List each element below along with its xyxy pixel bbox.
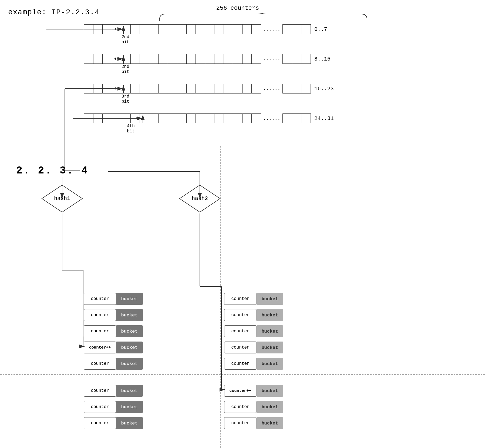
h2-bucket-7: bucket: [256, 417, 283, 429]
bit-label-0: 2ndbit: [122, 35, 129, 45]
h2-bucket-row-4: counter bucket: [224, 357, 283, 371]
h1-bucket-0: bucket: [116, 293, 143, 305]
counter-row-3: ++ ...... 24..31: [84, 113, 334, 123]
bit-label-3: 4thbit: [127, 124, 135, 134]
h2-bucket-3: bucket: [256, 342, 283, 353]
h2-bucket-row-0: counter bucket: [224, 292, 283, 306]
h2-bucket-row-5: counter++ bucket: [224, 384, 283, 398]
h2-bucket-0: bucket: [256, 293, 283, 305]
bit-label-1: 2ndbit: [122, 64, 129, 75]
row-label-2: 16..23: [314, 86, 334, 92]
h1-bucket-6: bucket: [116, 401, 143, 413]
h1-bucket-row-4: counter bucket: [84, 357, 143, 371]
hash2-diamond: hash2: [178, 184, 221, 213]
h2-bucket-row-2: counter bucket: [224, 324, 283, 338]
h1-bucket-2: bucket: [116, 325, 143, 337]
h2-counter-1: counter: [224, 309, 257, 321]
h2-bucket-row-6: counter bucket: [224, 400, 283, 414]
h1-bucket-5: bucket: [116, 385, 143, 397]
horizontal-dashed-line: [0, 374, 485, 375]
svg-text:hash1: hash1: [54, 195, 70, 202]
h1-bucket-row-3: counter++ bucket: [84, 340, 143, 355]
h2-bucket-5: bucket: [256, 385, 283, 397]
h1-bucket-3: bucket: [116, 342, 143, 353]
row-label-0: 0..7: [314, 26, 327, 32]
h1-counter-4: counter: [84, 358, 116, 370]
h2-bucket-4: bucket: [256, 358, 283, 370]
h2-counter-4: counter: [224, 358, 257, 370]
h1-bucket-row-5: counter bucket: [84, 384, 143, 398]
h2-counter-0: counter: [224, 293, 257, 305]
h2-counter-5: counter++: [224, 385, 257, 397]
counters-label: 256 counters: [157, 5, 319, 12]
ip-address-label: 2. 2. 3. 4: [16, 165, 89, 176]
row-label-1: 8..15: [314, 56, 331, 62]
h1-bucket-row-0: counter bucket: [84, 292, 143, 306]
row-label-3: 24..31: [314, 115, 334, 122]
h1-counter-5: counter: [84, 385, 116, 397]
h1-bucket-row-1: counter bucket: [84, 308, 143, 322]
h2-bucket-row-7: counter bucket: [224, 416, 283, 430]
counter-row-2: ++ ...... 16..23: [84, 84, 334, 93]
h1-bucket-7: bucket: [116, 417, 143, 429]
h1-bucket-row-7: counter bucket: [84, 416, 143, 430]
brace-svg: [157, 11, 367, 22]
example-label: example: IP-2.2.3.4: [8, 8, 99, 16]
h1-counter-0: counter: [84, 293, 116, 305]
h2-bucket-2: bucket: [256, 325, 283, 337]
svg-text:hash2: hash2: [192, 195, 208, 202]
bit-label-2: 3rdbit: [122, 94, 129, 104]
h2-counter-3: counter: [224, 342, 257, 353]
h1-counter-2: counter: [84, 325, 116, 337]
h2-bucket-row-3: counter bucket: [224, 340, 283, 355]
arrows-svg: [0, 0, 485, 448]
h1-bucket-4: bucket: [116, 358, 143, 370]
hash1-diamond: hash1: [41, 184, 84, 213]
counter-row-0: ++ ...... 0..7: [84, 24, 327, 34]
h1-bucket-1: bucket: [116, 309, 143, 321]
h1-counter-7: counter: [84, 417, 116, 429]
h2-bucket-6: bucket: [256, 401, 283, 413]
h1-counter-1: counter: [84, 309, 116, 321]
counter-row-1: ++ ...... 8..15: [84, 54, 331, 64]
h1-counter-6: counter: [84, 401, 116, 413]
h2-bucket-1: bucket: [256, 309, 283, 321]
dashed-line-left: [80, 0, 80, 448]
h1-counter-3: counter++: [84, 342, 116, 353]
h2-counter-2: counter: [224, 325, 257, 337]
h2-counter-6: counter: [224, 401, 257, 413]
h1-bucket-row-6: counter bucket: [84, 400, 143, 414]
h1-bucket-row-2: counter bucket: [84, 324, 143, 338]
h2-counter-7: counter: [224, 417, 257, 429]
h2-bucket-row-1: counter bucket: [224, 308, 283, 322]
